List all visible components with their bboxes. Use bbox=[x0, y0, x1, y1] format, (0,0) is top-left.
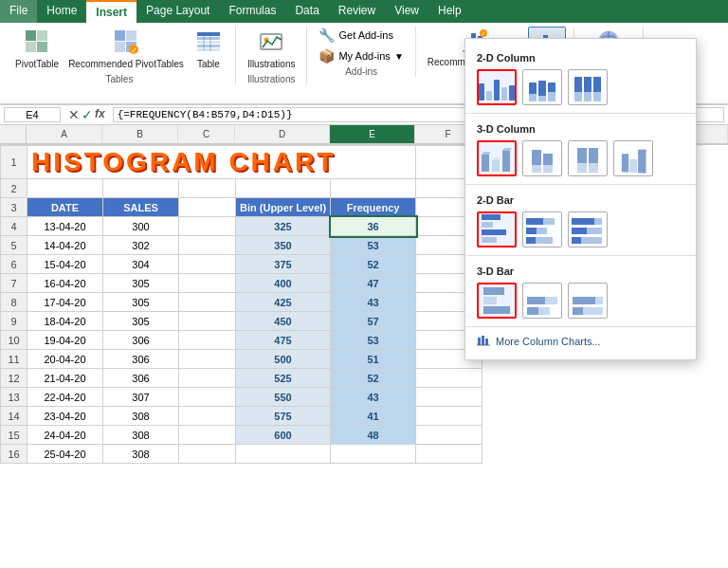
my-addins-button[interactable]: 📦 My Add-ins ▼ bbox=[315, 47, 407, 64]
cell-a7[interactable]: 16-04-20 bbox=[27, 274, 103, 293]
cell-a14[interactable]: 23-04-20 bbox=[27, 407, 103, 426]
cell-a12[interactable]: 21-04-20 bbox=[27, 369, 103, 388]
clustered-bar-icon[interactable] bbox=[477, 211, 517, 247]
illustrations-button[interactable]: Illustrations bbox=[244, 27, 300, 72]
3d-clustered-bar-icon[interactable] bbox=[477, 283, 517, 319]
cell-d3-header[interactable]: Bin (Upper Level) bbox=[236, 198, 331, 217]
cell-c11[interactable] bbox=[179, 350, 236, 369]
cell-d9[interactable]: 450 bbox=[236, 312, 331, 331]
cell-c15[interactable] bbox=[179, 426, 236, 445]
cell-a16[interactable]: 25-04-20 bbox=[27, 445, 103, 464]
cell-c14[interactable] bbox=[179, 407, 236, 426]
cell-a9[interactable]: 18-04-20 bbox=[27, 312, 103, 331]
cell-a8[interactable]: 17-04-20 bbox=[27, 293, 103, 312]
cell-c12[interactable] bbox=[179, 369, 236, 388]
clustered-column-chart-icon[interactable] bbox=[477, 69, 517, 105]
cell-e16[interactable] bbox=[331, 445, 416, 464]
3d-stacked-column-icon[interactable] bbox=[522, 140, 562, 176]
cell-b12[interactable]: 306 bbox=[103, 369, 179, 388]
cell-d16[interactable] bbox=[236, 445, 331, 464]
more-column-charts-link[interactable]: More Column Charts... bbox=[465, 331, 696, 352]
cell-d4[interactable]: 325 bbox=[236, 217, 331, 236]
cell-b7[interactable]: 305 bbox=[103, 274, 179, 293]
cell-a11[interactable]: 20-04-20 bbox=[27, 350, 103, 369]
cell-c3[interactable] bbox=[179, 198, 236, 217]
cell-e10[interactable]: 53 bbox=[331, 331, 416, 350]
cell-b13[interactable]: 307 bbox=[103, 388, 179, 407]
cancel-formula-icon[interactable]: ✕ bbox=[68, 107, 80, 122]
cell-b3-header[interactable]: SALES bbox=[103, 198, 179, 217]
cell-c4[interactable] bbox=[179, 217, 236, 236]
cell-c13[interactable] bbox=[179, 388, 236, 407]
3d-100pct-bar-icon[interactable] bbox=[568, 283, 608, 319]
cell-d2[interactable] bbox=[236, 179, 331, 198]
menu-review[interactable]: Review bbox=[329, 0, 385, 23]
100pct-stacked-column-chart-icon[interactable] bbox=[568, 69, 608, 105]
cell-e13[interactable]: 43 bbox=[331, 388, 416, 407]
recommended-pivot-button[interactable]: ✓ Recommended PivotTables bbox=[64, 27, 188, 72]
get-addins-button[interactable]: 🔧 Get Add-ins bbox=[315, 27, 396, 44]
cell-c7[interactable] bbox=[179, 274, 236, 293]
cell-c8[interactable] bbox=[179, 293, 236, 312]
cell-d6[interactable]: 375 bbox=[236, 255, 331, 274]
3d-stacked-bar-icon[interactable] bbox=[522, 283, 562, 319]
3d-column-icon[interactable] bbox=[613, 140, 653, 176]
menu-insert[interactable]: Insert bbox=[86, 0, 136, 23]
cell-d8[interactable]: 425 bbox=[236, 293, 331, 312]
cell-c16[interactable] bbox=[179, 445, 236, 464]
cell-f16[interactable] bbox=[416, 445, 482, 464]
cell-b5[interactable]: 302 bbox=[103, 236, 179, 255]
cell-f14[interactable] bbox=[416, 407, 482, 426]
cell-d10[interactable]: 475 bbox=[236, 331, 331, 350]
cell-d7[interactable]: 400 bbox=[236, 274, 331, 293]
cell-c5[interactable] bbox=[179, 236, 236, 255]
cell-d5[interactable]: 350 bbox=[236, 236, 331, 255]
menu-data[interactable]: Data bbox=[285, 0, 328, 23]
cell-e9[interactable]: 57 bbox=[331, 312, 416, 331]
cell-c9[interactable] bbox=[179, 312, 236, 331]
cell-b15[interactable]: 308 bbox=[103, 426, 179, 445]
cell-e8[interactable]: 43 bbox=[331, 293, 416, 312]
table-button[interactable]: Table bbox=[190, 27, 228, 72]
cell-a15[interactable]: 24-04-20 bbox=[27, 426, 103, 445]
cell-a6[interactable]: 15-04-20 bbox=[27, 255, 103, 274]
cell-b6[interactable]: 304 bbox=[103, 255, 179, 274]
cell-c6[interactable] bbox=[179, 255, 236, 274]
cell-e3-header[interactable]: Frequency bbox=[331, 198, 416, 217]
menu-home[interactable]: Home bbox=[37, 0, 86, 23]
cell-f15[interactable] bbox=[416, 426, 482, 445]
cell-e12[interactable]: 52 bbox=[331, 369, 416, 388]
cell-a13[interactable]: 22-04-20 bbox=[27, 388, 103, 407]
stacked-column-chart-icon[interactable] bbox=[522, 69, 562, 105]
cell-d15[interactable]: 600 bbox=[236, 426, 331, 445]
cell-e6[interactable]: 52 bbox=[331, 255, 416, 274]
cell-b10[interactable]: 306 bbox=[103, 331, 179, 350]
cell-e15[interactable]: 48 bbox=[331, 426, 416, 445]
cell-e5[interactable]: 53 bbox=[331, 236, 416, 255]
cell-d11[interactable]: 500 bbox=[236, 350, 331, 369]
cell-e11[interactable]: 51 bbox=[331, 350, 416, 369]
col-header-c[interactable]: C bbox=[178, 125, 235, 144]
col-header-a[interactable]: A bbox=[27, 125, 102, 144]
cell-e14[interactable]: 41 bbox=[331, 407, 416, 426]
col-header-b[interactable]: B bbox=[102, 125, 178, 144]
cell-d14[interactable]: 575 bbox=[236, 407, 331, 426]
cell-b9[interactable]: 305 bbox=[103, 312, 179, 331]
cell-b8[interactable]: 305 bbox=[103, 293, 179, 312]
3d-100pct-column-icon[interactable] bbox=[568, 140, 608, 176]
menu-view[interactable]: View bbox=[385, 0, 428, 23]
cell-b11[interactable]: 306 bbox=[103, 350, 179, 369]
cell-c2[interactable] bbox=[179, 179, 236, 198]
cell-a5[interactable]: 14-04-20 bbox=[27, 236, 103, 255]
cell-b2[interactable] bbox=[103, 179, 179, 198]
cell-b4[interactable]: 300 bbox=[103, 217, 179, 236]
pivot-table-button[interactable]: PivotTable bbox=[11, 27, 63, 72]
cell-d12[interactable]: 525 bbox=[236, 369, 331, 388]
stacked-bar-icon[interactable] bbox=[522, 211, 562, 247]
cell-e4[interactable]: 36 bbox=[331, 217, 416, 236]
confirm-formula-icon[interactable]: ✓ bbox=[82, 107, 93, 122]
cell-d13[interactable]: 550 bbox=[236, 388, 331, 407]
cell-a4[interactable]: 13-04-20 bbox=[27, 217, 103, 236]
insert-function-icon[interactable]: fx bbox=[95, 107, 105, 122]
3d-clustered-column-icon[interactable] bbox=[477, 140, 517, 176]
